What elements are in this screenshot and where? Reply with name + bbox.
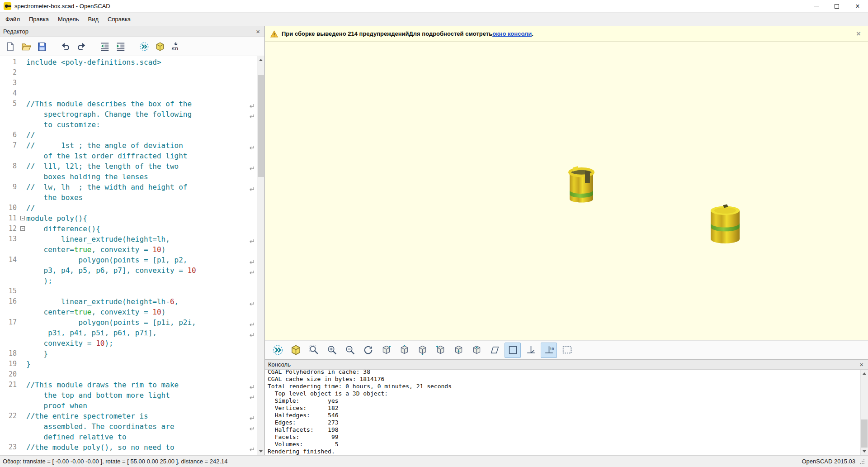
view-left-button[interactable]: [432, 343, 448, 358]
line-number: [0, 453, 20, 455]
zoom-out-button[interactable]: [342, 343, 358, 358]
code-line: defined relative to: [0, 432, 257, 442]
code-line: 19}: [0, 359, 257, 369]
editor-scrollbar[interactable]: [257, 56, 264, 455]
new-file-icon: [5, 42, 15, 52]
line-number: 10: [0, 203, 20, 213]
warning-banner: При сборке выведено 214 предупрежденийДл…: [265, 26, 868, 42]
code-line: 22//the entire spectrometer is: [0, 411, 257, 421]
fold-margin: [20, 192, 26, 203]
preview-button[interactable]: [269, 343, 286, 358]
render-button[interactable]: [288, 343, 304, 358]
fold-margin: [20, 296, 26, 307]
line-number: [0, 172, 20, 182]
minimize-button[interactable]: [806, 0, 826, 12]
view-right-button[interactable]: [378, 343, 394, 358]
render-button[interactable]: [153, 40, 167, 53]
fold-margin: [20, 453, 26, 455]
editor-close-button[interactable]: ×: [255, 28, 261, 35]
view-top-button[interactable]: [396, 343, 412, 358]
zoom-all-icon: [308, 344, 320, 356]
view-front-button[interactable]: [450, 343, 467, 358]
maximize-icon: [835, 4, 839, 9]
menu-file[interactable]: Файл: [1, 13, 24, 25]
orthogonal-icon: [507, 344, 519, 356]
show-scale-markers-button[interactable]: 10: [541, 343, 557, 358]
orthogonal-button[interactable]: [505, 343, 521, 358]
console-scrollbar-thumb[interactable]: [861, 419, 868, 448]
code-line: to customize:: [0, 119, 257, 130]
code-line: proof when: [0, 400, 257, 411]
editor-scrollbar-thumb[interactable]: [258, 75, 264, 177]
view-back-button[interactable]: [468, 343, 485, 358]
code-line: p3i, p4i, p5i, p6i, p7i],: [0, 328, 257, 338]
line-number: [0, 338, 20, 348]
3d-viewport[interactable]: [265, 42, 868, 340]
fold-collapse-icon[interactable]: [20, 216, 25, 220]
code-line: center=true, convexity = 10): [0, 307, 257, 317]
save-file-button[interactable]: [35, 40, 49, 53]
maximize-button[interactable]: [826, 0, 847, 12]
line-number: [0, 328, 20, 338]
zoom-out-icon: [344, 344, 356, 356]
scroll-down-icon[interactable]: [257, 448, 264, 455]
undo-button[interactable]: [59, 40, 72, 53]
undo-icon: [61, 42, 71, 52]
show-axes-button[interactable]: [523, 343, 539, 358]
fold-margin: [20, 67, 26, 78]
line-number: 14: [0, 255, 20, 265]
menu-help[interactable]: Справка: [103, 13, 135, 25]
warning-text: При сборке выведено 214 предупрежденийДл…: [282, 30, 492, 37]
render-icon: [155, 42, 165, 52]
reset-view-button[interactable]: [360, 343, 376, 358]
indent-button[interactable]: [114, 40, 127, 53]
console-window-link[interactable]: окно консоли: [492, 30, 532, 37]
open-file-button[interactable]: [19, 40, 33, 53]
code-area[interactable]: 1include <poly-definitions.scad>2345//Th…: [0, 56, 257, 455]
zoom-all-button[interactable]: [306, 343, 322, 358]
view-back-icon: [471, 344, 482, 356]
scroll-up-icon[interactable]: [257, 56, 264, 64]
zoom-in-button[interactable]: [324, 343, 340, 358]
editor-panel: Редактор × STL 1include <poly-definition…: [0, 26, 265, 455]
preview-button[interactable]: [137, 40, 151, 53]
openscad-logo-icon: [4, 2, 11, 10]
svg-text:STL: STL: [172, 47, 180, 51]
code-line: 4: [0, 88, 257, 99]
export-stl-button[interactable]: STL: [169, 40, 183, 53]
resize-grip[interactable]: [859, 458, 865, 465]
fold-collapse-icon[interactable]: [20, 226, 25, 231]
view-bottom-button[interactable]: [414, 343, 430, 358]
code-line: p3, p4, p5, p6, p7], convexity = 10: [0, 265, 257, 276]
code-line: 23//the module poly(), so no need to: [0, 442, 257, 453]
banner-close-button[interactable]: ×: [854, 30, 863, 38]
open-file-icon: [21, 42, 31, 52]
console-scrollbar[interactable]: [860, 370, 868, 455]
line-number: 20: [0, 369, 20, 380]
redo-button[interactable]: [75, 40, 88, 53]
fold-margin: [20, 348, 26, 359]
close-button[interactable]: ×: [847, 0, 868, 12]
menu-edit[interactable]: Правка: [24, 13, 53, 25]
new-file-button[interactable]: [4, 40, 17, 53]
console-close-button[interactable]: ×: [858, 361, 865, 368]
fold-margin: [20, 182, 26, 192]
openscad-window: spectrometer-box.scad - OpenSCAD × Файл …: [0, 0, 868, 467]
console-title: Консоль: [268, 361, 291, 368]
viewport-panel: При сборке выведено 214 предупрежденийДл…: [265, 26, 868, 455]
code-line: change anything. The rim width is: [0, 453, 257, 455]
code-line: 2: [0, 67, 257, 78]
warning-suffix: .: [532, 30, 533, 37]
fold-margin: [20, 359, 26, 369]
console-scroll-up-icon[interactable]: [861, 370, 868, 377]
unindent-button[interactable]: [98, 40, 112, 53]
menu-design[interactable]: Модель: [53, 13, 84, 25]
code-line: 6//: [0, 130, 257, 140]
perspective-button[interactable]: [486, 343, 503, 358]
code-line: assembled. The coordinates are: [0, 421, 257, 432]
line-number: 15: [0, 286, 20, 296]
view-all-button[interactable]: [559, 343, 575, 358]
console-scroll-down-icon[interactable]: [861, 448, 868, 455]
code-line: convexity = 10);: [0, 338, 257, 348]
menu-view[interactable]: Вид: [84, 13, 104, 25]
